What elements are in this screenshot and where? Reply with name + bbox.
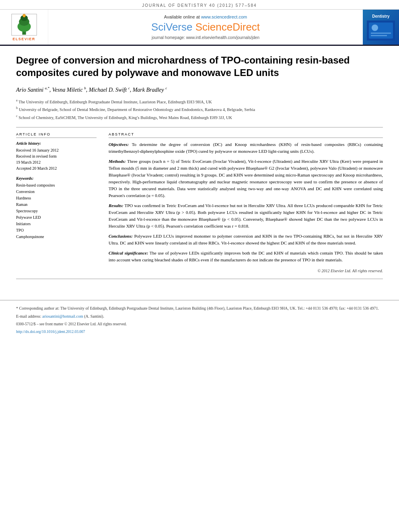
conclusions-text: Polywave LED LCUs improved monomer to po… (109, 234, 383, 245)
keyword-spectroscopy: Spectroscopy (16, 208, 97, 214)
methods-label: Methods: (109, 159, 126, 164)
results-text: TPO was confirmed in Tetric EvoCeram and… (109, 203, 383, 228)
article-info-column: ARTICLE INFO Article history: Received 1… (16, 132, 97, 274)
email-note: E-mail address: ariosantini@hotmail.com … (16, 313, 383, 320)
abstract-text: Objectives: To determine the degree of c… (109, 141, 383, 274)
accepted: Accepted 20 March 2012 (16, 165, 97, 171)
journal-header: JOURNAL OF DENTISTRY 40 (2012) 577–584 (0, 0, 399, 10)
elsevier-logo-area: ELSEVIER (0, 10, 48, 45)
received-2b: 19 March 2012 (16, 159, 97, 165)
email-suffix: (A. Santini). (84, 314, 104, 318)
keyword-conversion: Conversion (16, 189, 97, 195)
objectives-label: Objectives: (109, 142, 129, 147)
conclusions-para: Conclusions: Polywave LED LCUs improved … (109, 233, 383, 246)
conclusions-label: Conclusions: (109, 234, 133, 238)
results-para: Results: TPO was confirmed in Tetric Evo… (109, 202, 383, 230)
corresponding-note: * Corresponding author at: The Universit… (16, 305, 383, 312)
sciverse-title: SciVerse ScienceDirect (151, 21, 260, 33)
footer-divider (16, 279, 383, 279)
affil-a: a The University of Edinburgh, Edinburgh… (16, 98, 383, 105)
sciverse-area: Available online at www.sciencedirect.co… (48, 10, 363, 45)
elsevier-tree-icon (10, 14, 38, 36)
dentistry-thumb-image (367, 21, 395, 41)
sciencedirect-link[interactable]: www.sciencedirect.com (201, 14, 247, 19)
keyword-camphorquinone: Camphorquinone (16, 234, 97, 240)
dentistry-thumbnail: Dentistry (363, 10, 399, 45)
methods-para: Methods: Three groups (each n = 5) of Te… (109, 158, 383, 199)
keyword-raman: Raman (16, 201, 97, 208)
article-history-label: Article history: (16, 141, 97, 146)
author-sup-a: a,* (45, 86, 49, 90)
abstract-heading: ABSTRACT (109, 132, 383, 138)
sciencedirect-part: ScienceDirect (195, 21, 260, 33)
main-divider (16, 127, 383, 127)
abstract-column: ABSTRACT Objectives: To determine the de… (109, 132, 383, 274)
keywords-label: Keywords: (16, 176, 97, 181)
results-label: Results: (109, 203, 123, 208)
keyword-initiators: Initiators (16, 221, 97, 227)
main-content: Degree of conversion and microhardness o… (0, 46, 399, 292)
dentistry-thumb-title: Dentistry (372, 14, 389, 18)
affil-b: b University of Belgrade, School of Dent… (16, 106, 383, 113)
author-sup-c2: c (165, 86, 167, 90)
svg-rect-9 (371, 33, 391, 34)
author-sup-b: b (84, 86, 86, 90)
doi-line: http://dx.doi.org/10.1016/j.jdent.2012.0… (16, 329, 383, 335)
email-label: E-mail address: (16, 314, 41, 318)
svg-rect-10 (371, 35, 387, 36)
elsevier-label: ELSEVIER (12, 37, 35, 41)
svg-point-8 (372, 25, 378, 31)
affil-c: c School of Chemistry, EaStCHEM, The Uni… (16, 114, 383, 121)
clinical-label: Clinical significance: (109, 251, 148, 255)
keyword-tpo: TPO (16, 227, 97, 234)
copyright-line: © 2012 Elsevier Ltd. All rights reserved… (109, 268, 383, 274)
email-link[interactable]: ariosantini@hotmail.com (42, 314, 83, 318)
article-title: Degree of conversion and microhardness o… (16, 54, 383, 79)
objectives-para: Objectives: To determine the degree of c… (109, 141, 383, 155)
footer: * Corresponding author at: The Universit… (0, 300, 399, 341)
affiliations: a The University of Edinburgh, Edinburgh… (16, 98, 383, 121)
authors-line: Ario Santini a,*, Vesna Miletic b, Micha… (16, 86, 383, 93)
keyword-polywave: Polywave LED (16, 214, 97, 221)
two-column-layout: ARTICLE INFO Article history: Received 1… (16, 132, 383, 274)
publisher-bar: ELSEVIER Available online at www.science… (0, 10, 399, 46)
sci-part: SciVerse (151, 21, 195, 33)
issn-line: 0300-5712/$ – see front matter © 2012 El… (16, 321, 383, 327)
keyword-hardness: Hardness (16, 195, 97, 201)
journal-homepage: journal homepage: www.intl.elsevierhealt… (152, 35, 259, 40)
author-sup-c1: c (128, 86, 130, 90)
article-info-heading: ARTICLE INFO (16, 132, 97, 138)
doi-link[interactable]: http://dx.doi.org/10.1016/j.jdent.2012.0… (16, 330, 85, 334)
received-2: Received in revised form (16, 153, 97, 159)
received-1: Received 16 January 2012 (16, 147, 97, 153)
keyword-resin: Resin-based composites (16, 182, 97, 189)
available-online-text: Available online at www.sciencedirect.co… (164, 14, 247, 19)
clinical-para: Clinical significance: The use of polywa… (109, 250, 383, 263)
objectives-text: To determine the degree of conversion (D… (109, 142, 383, 154)
methods-text: Three groups (each n = 5) of Tetric EvoC… (109, 159, 383, 198)
clinical-text: The use of polywave LEDs significantly i… (109, 251, 383, 262)
